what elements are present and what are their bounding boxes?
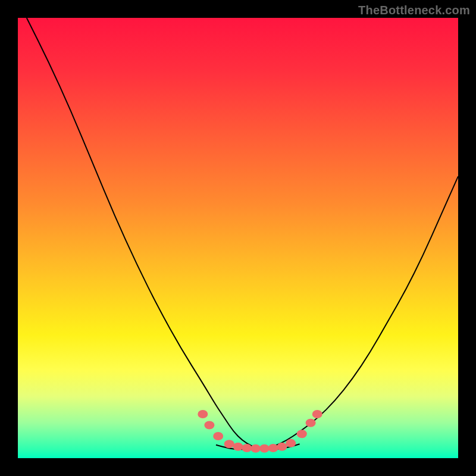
series-right-curve (260, 176, 458, 449)
marker-point (312, 410, 322, 418)
watermark-text: TheBottleneck.com (358, 4, 470, 17)
marker-point (233, 443, 243, 451)
marker-point (297, 430, 307, 438)
plot-area (18, 18, 458, 458)
marker-point (286, 439, 296, 447)
marker-point (259, 444, 270, 453)
marker-point (306, 419, 316, 427)
curve-layer (27, 18, 458, 449)
marker-point (204, 421, 214, 430)
chart-svg (18, 18, 458, 458)
marker-layer (198, 410, 322, 453)
marker-point (268, 444, 278, 452)
marker-point (224, 440, 234, 448)
marker-point (242, 444, 252, 452)
series-left-curve (27, 18, 260, 449)
marker-point (277, 443, 287, 451)
chart-frame: TheBottleneck.com (0, 0, 476, 476)
marker-point (213, 432, 223, 440)
marker-point (250, 444, 261, 453)
marker-point (198, 410, 208, 418)
